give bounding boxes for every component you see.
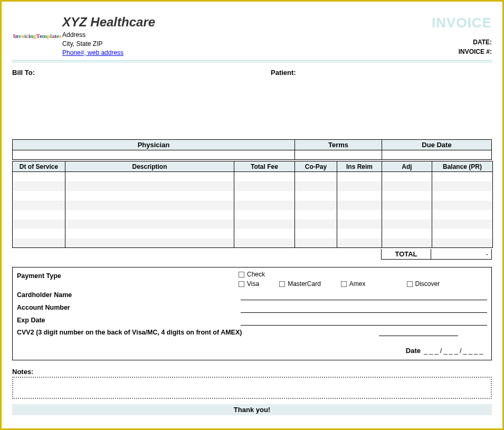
th-due-date: Due Date <box>382 140 492 150</box>
signature-date: Date ___/___/____ <box>17 347 487 355</box>
payment-type-label: Payment Type <box>17 271 239 290</box>
table-row[interactable] <box>13 200 493 210</box>
cardholder-input[interactable] <box>241 292 487 300</box>
cvv-label: CVV2 (3 digit number on the back of Visa… <box>17 329 242 336</box>
table-row[interactable] <box>13 210 493 219</box>
bill-to-label: Bill To: <box>12 69 271 77</box>
th-co-pay: Co-Pay <box>295 161 337 172</box>
th-balance-pr: Balance (PR) <box>432 161 493 172</box>
header-divider <box>12 60 492 62</box>
invoice-num-label: INVOICE #: <box>360 47 492 56</box>
brand-logo: InvoicingTemplates <box>12 15 62 57</box>
notes-input[interactable] <box>12 377 492 399</box>
th-dt-service: Dt of Service <box>13 161 65 172</box>
total-row: TOTAL - <box>12 249 492 260</box>
due-date-cell[interactable] <box>382 150 492 160</box>
table-row[interactable] <box>13 181 493 191</box>
terms-cell[interactable] <box>295 150 382 160</box>
party-row: Bill To: Patient: <box>12 69 492 77</box>
date-label: DATE: <box>360 37 492 47</box>
checkbox-icon <box>407 281 413 287</box>
account-label: Account Number <box>17 302 239 313</box>
check-option[interactable]: Check <box>239 271 265 278</box>
cardholder-label: Cardholder Name <box>17 290 239 300</box>
account-input[interactable] <box>241 304 487 313</box>
logo-text: InvoicingTemplates <box>13 33 62 39</box>
th-ins-reim: Ins Reim <box>337 161 382 172</box>
invoice-template: InvoicingTemplates XYZ Healthcare Addres… <box>0 0 504 430</box>
line-items-table: Dt of Service Description Total Fee Co-P… <box>12 161 493 248</box>
date-signed-value[interactable]: ___/___/____ <box>424 347 487 355</box>
header: InvoicingTemplates XYZ Healthcare Addres… <box>12 15 492 57</box>
checkbox-icon <box>239 281 244 287</box>
company-city-state-zip: City, State ZIP <box>62 40 360 49</box>
th-adj: Adj <box>382 161 432 172</box>
checkbox-icon <box>279 281 285 287</box>
mastercard-option[interactable]: MasterCard <box>279 280 321 288</box>
total-value: - <box>431 249 492 260</box>
table-row[interactable] <box>13 172 493 181</box>
cvv-input[interactable] <box>379 328 458 336</box>
thank-you-footer: Thank you! <box>12 404 492 415</box>
th-total-fee: Total Fee <box>234 161 295 172</box>
payment-box: Payment Type Check Visa MasterCard Amex … <box>12 267 492 360</box>
amex-option[interactable]: Amex <box>341 280 366 288</box>
total-label: TOTAL <box>381 249 431 260</box>
company-name: XYZ Healthcare <box>62 15 360 30</box>
discover-option[interactable]: Discover <box>407 280 440 288</box>
invoice-meta: INVOICE DATE: INVOICE #: <box>360 15 492 57</box>
invoice-title: INVOICE <box>360 15 492 31</box>
exp-input[interactable] <box>241 317 487 326</box>
exp-label: Exp Date <box>17 315 239 326</box>
checkbox-icon <box>341 281 347 287</box>
notes-label: Notes: <box>12 368 492 376</box>
visa-option[interactable]: Visa <box>239 280 259 288</box>
table-row[interactable] <box>13 191 493 200</box>
patient-label: Patient: <box>271 69 492 77</box>
physician-cell[interactable] <box>13 150 295 160</box>
company-info: XYZ Healthcare Address City, State ZIP P… <box>62 15 360 57</box>
th-terms: Terms <box>295 140 382 150</box>
address-gap <box>12 79 492 139</box>
table-row[interactable] <box>13 229 493 238</box>
company-address: Address <box>62 31 360 40</box>
company-contact-link[interactable]: Phone#, web address <box>62 49 123 56</box>
checkbox-icon <box>239 272 244 278</box>
table-row[interactable] <box>13 238 493 248</box>
table-row[interactable] <box>13 219 493 229</box>
date-signed-label: Date <box>406 347 421 355</box>
th-description: Description <box>65 161 234 172</box>
summary-table: Physician Terms Due Date <box>12 139 492 160</box>
th-physician: Physician <box>13 140 295 150</box>
